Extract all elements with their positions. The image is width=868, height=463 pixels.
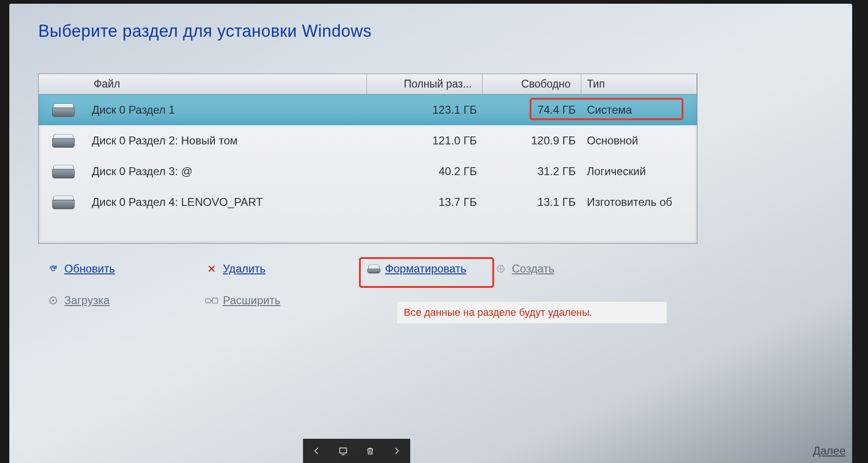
page-title: Выберите раздел для установки Windows — [38, 21, 372, 41]
svg-point-2 — [52, 300, 55, 302]
partition-free: 120.9 ГБ — [482, 134, 581, 147]
create-icon — [494, 263, 507, 274]
partition-row[interactable]: Диск 0 Раздел 3: @40.2 ГБ31.2 ГБЛогическ… — [39, 156, 697, 187]
refresh-icon — [47, 263, 60, 274]
load-driver-button[interactable]: Загрузка — [47, 294, 110, 307]
delete-label: Удалить — [223, 262, 266, 275]
slideshow-button[interactable] — [336, 443, 351, 458]
col-total-header[interactable]: Полный раз... — [367, 74, 482, 94]
next-image-button[interactable] — [389, 443, 404, 458]
partition-type: Изготовитель об — [581, 196, 697, 209]
partition-free: 74.4 ГБ — [482, 103, 581, 116]
col-file-header[interactable]: Файл — [88, 74, 367, 94]
warning-annotation: Все данные на разделе будут удалены. — [397, 302, 667, 323]
partition-free: 31.2 ГБ — [482, 165, 581, 178]
load-label: Загрузка — [64, 294, 110, 307]
format-label: Форматировать — [385, 262, 466, 275]
partition-table: Файл Полный раз... Свободно Тип Диск 0 Р… — [38, 74, 697, 244]
trash-button[interactable] — [363, 443, 378, 458]
delete-icon — [205, 263, 218, 274]
extend-label: Расширить — [223, 294, 280, 307]
format-button[interactable]: Форматировать — [367, 262, 466, 275]
partition-name: Диск 0 Раздел 3: @ — [88, 165, 367, 178]
svg-rect-3 — [206, 299, 211, 303]
partition-name: Диск 0 Раздел 1 — [88, 103, 367, 116]
disk-icon — [52, 195, 75, 209]
next-button[interactable]: Далее — [813, 444, 846, 457]
col-free-header[interactable]: Свободно — [482, 74, 581, 94]
disk-icon — [52, 134, 75, 148]
format-icon — [367, 263, 380, 274]
disk-icon — [52, 103, 75, 117]
partition-total: 123.1 ГБ — [367, 103, 482, 116]
image-viewer-toolbar — [303, 439, 410, 463]
partition-total: 121.0 ГБ — [367, 134, 482, 147]
partition-type: Система — [581, 103, 697, 116]
create-label: Создать — [512, 262, 554, 275]
prev-image-button[interactable] — [309, 443, 324, 458]
col-type-header[interactable]: Тип — [581, 74, 697, 94]
partition-row[interactable]: Диск 0 Раздел 2: Новый том121.0 ГБ120.9 … — [39, 125, 697, 156]
svg-rect-4 — [213, 298, 218, 303]
partition-name: Диск 0 Раздел 2: Новый том — [88, 134, 367, 147]
partition-free: 13.1 ГБ — [482, 196, 581, 209]
create-button[interactable]: Создать — [494, 262, 554, 275]
disk-icon — [52, 164, 75, 178]
partition-row[interactable]: Диск 0 Раздел 1123.1 ГБ74.4 ГБСистема — [39, 95, 697, 125]
partition-total: 13.7 ГБ — [367, 196, 482, 209]
delete-button[interactable]: Удалить — [205, 262, 266, 275]
partition-total: 40.2 ГБ — [367, 165, 482, 178]
refresh-label: Обновить — [64, 262, 115, 275]
load-icon — [47, 295, 60, 306]
partition-name: Диск 0 Раздел 4: LENOVO_PART — [88, 196, 367, 209]
table-header: Файл Полный раз... Свободно Тип — [39, 74, 697, 95]
extend-button[interactable]: Расширить — [205, 294, 280, 307]
refresh-button[interactable]: Обновить — [47, 262, 115, 275]
partition-type: Основной — [581, 134, 697, 147]
col-icon-header — [39, 74, 88, 94]
extend-icon — [205, 295, 218, 306]
partition-row[interactable]: Диск 0 Раздел 4: LENOVO_PART13.7 ГБ13.1 … — [39, 187, 697, 218]
svg-rect-5 — [340, 448, 347, 453]
partition-type: Логический — [581, 165, 697, 178]
